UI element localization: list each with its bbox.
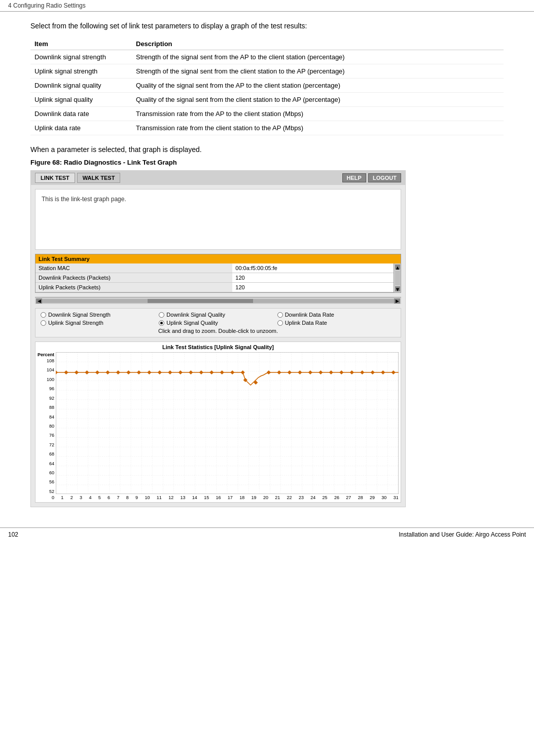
radio-selected-icon <box>159 320 164 326</box>
tab-group: LINK TEST WALK TEST <box>35 173 120 183</box>
x-tick: 30 <box>381 495 386 500</box>
y-tick: 68 <box>49 451 54 457</box>
y-tick: 96 <box>49 386 54 391</box>
y-tick: 100 <box>47 377 54 382</box>
radio-label: Uplink Signal Quality <box>166 320 218 326</box>
topbar: LINK TEST WALK TEST HELP LOGOUT <box>31 171 405 185</box>
page-footer: 102 Installation and User Guide: Airgo A… <box>0 527 534 541</box>
radio-options-area: Downlink Signal StrengthDownlink Signal … <box>35 308 401 337</box>
x-tick: 23 <box>299 495 304 500</box>
chart-inner: Percent 10810410096928884807672686460565… <box>38 352 399 494</box>
x-tick: 14 <box>192 495 197 500</box>
param-desc: Transmission rate from the client statio… <box>132 121 504 135</box>
radio-label: Downlink Data Rate <box>285 312 334 318</box>
summary-row: Uplink Packets (Packets)120 <box>35 283 394 292</box>
y-tick: 80 <box>49 424 54 429</box>
x-tick: 12 <box>168 495 173 500</box>
x-tick: 15 <box>204 495 209 500</box>
scroll-right-arrow[interactable]: ▶ <box>394 298 400 304</box>
radio-item[interactable]: Downlink Signal Quality <box>159 312 277 318</box>
radio-label: Downlink Signal Strength <box>48 312 111 318</box>
table-row: Uplink data rateTransmission rate from t… <box>30 121 504 135</box>
y-tick: 104 <box>47 367 54 372</box>
tab-walk-test[interactable]: WALK TEST <box>77 173 121 183</box>
h-scrollbar[interactable]: ◀ ▶ <box>35 297 401 304</box>
y-tick: 92 <box>49 396 54 401</box>
summary-cell-value: 120 <box>232 283 394 292</box>
logout-button[interactable]: LOGOUT <box>368 173 401 182</box>
radio-item[interactable]: Uplink Signal Strength <box>41 320 159 326</box>
action-buttons: HELP LOGOUT <box>342 173 401 182</box>
intro-text: Select from the following set of link te… <box>30 22 504 30</box>
radio-item[interactable]: Downlink Data Rate <box>277 312 396 318</box>
when-text: When a parameter is selected, that graph… <box>30 145 504 154</box>
h-scroll-thumb <box>148 299 253 303</box>
table-row: Downlink data rateTransmission rate from… <box>30 107 504 121</box>
x-tick: 18 <box>239 495 244 500</box>
x-tick: 6 <box>108 495 110 500</box>
page-header: 4 Configuring Radio Settings <box>0 0 534 12</box>
main-content: Select from the following set of link te… <box>0 12 534 517</box>
y-tick: 60 <box>49 470 54 475</box>
y-tick: 76 <box>49 433 54 438</box>
x-tick: 9 <box>135 495 138 500</box>
param-desc: Strength of the signal sent from the cli… <box>132 64 504 79</box>
x-tick: 28 <box>358 495 363 500</box>
radio-unselected-icon <box>277 312 283 318</box>
param-item: Uplink signal strength <box>30 64 132 79</box>
chart-svg <box>56 352 399 494</box>
summary-cell-label: Uplink Packets (Packets) <box>35 283 232 292</box>
scroll-down-arrow[interactable]: ▼ <box>395 286 400 291</box>
zoom-text: Click and drag to zoom. Double-click to … <box>41 328 396 334</box>
summary-row: Downlink Packects (Packets)120 <box>35 273 394 283</box>
param-desc: Quality of the signal sent from the clie… <box>132 93 504 107</box>
x-tick: 26 <box>334 495 339 500</box>
summary-scrollbar[interactable]: ▲ ▼ <box>394 263 401 292</box>
radio-unselected-icon <box>277 320 283 326</box>
chart-title: Link Test Statistics [Uplink Signal Qual… <box>38 344 399 350</box>
scroll-left-arrow[interactable]: ◀ <box>36 298 42 304</box>
radio-unselected-icon <box>41 312 46 318</box>
ui-screenshot: LINK TEST WALK TEST HELP LOGOUT This is … <box>30 170 406 507</box>
h-scroll-track <box>42 299 394 303</box>
chart-plot <box>56 352 399 494</box>
header-title: 4 Configuring Radio Settings <box>8 2 86 9</box>
radio-item[interactable]: Uplink Data Rate <box>277 320 396 326</box>
graph-placeholder: This is the link-test graph page. <box>35 189 401 250</box>
param-item: Uplink data rate <box>30 121 132 135</box>
scroll-track <box>395 271 400 285</box>
footer-title: Installation and User Guide: Airgo Acces… <box>399 531 526 538</box>
y-tick: 108 <box>47 358 54 363</box>
summary-cell-label: Station MAC <box>35 263 232 273</box>
param-item: Downlink data rate <box>30 107 132 121</box>
x-axis: 0123456789101112131415161718192021222324… <box>52 494 399 500</box>
y-ticks: 108104100969288848076726864605652 <box>47 358 54 494</box>
param-desc: Quality of the signal sent from the AP t… <box>132 79 504 93</box>
y-tick: 72 <box>49 442 54 447</box>
figure-number: Figure 68: <box>30 159 62 166</box>
param-item: Downlink signal quality <box>30 79 132 93</box>
x-tick: 10 <box>145 495 150 500</box>
col-desc-header: Description <box>132 38 504 50</box>
x-tick: 4 <box>89 495 91 500</box>
table-row: Uplink signal strengthStrength of the si… <box>30 64 504 79</box>
scroll-up-arrow[interactable]: ▲ <box>395 264 400 270</box>
figure-title: Radio Diagnostics - Link Test Graph <box>64 159 177 166</box>
radio-unselected-icon <box>159 312 164 318</box>
summary-wrapper: Station MAC00:0a:f5:00:05:feDownlink Pac… <box>35 263 401 292</box>
x-tick: 5 <box>98 495 101 500</box>
x-tick: 13 <box>180 495 185 500</box>
link-test-summary: Link Test Summary Station MAC00:0a:f5:00… <box>35 254 401 293</box>
radio-item[interactable]: Downlink Signal Strength <box>41 312 159 318</box>
col-item-header: Item <box>30 38 132 50</box>
y-tick: 52 <box>49 489 54 494</box>
radio-item[interactable]: Uplink Signal Quality <box>159 320 277 326</box>
graph-placeholder-text: This is the link-test graph page. <box>42 196 126 203</box>
radio-grid: Downlink Signal StrengthDownlink Signal … <box>41 312 396 326</box>
y-tick: 88 <box>49 405 54 410</box>
tab-link-test[interactable]: LINK TEST <box>35 173 75 183</box>
figure-label: Figure 68: Radio Diagnostics - Link Test… <box>30 159 504 166</box>
help-button[interactable]: HELP <box>342 173 366 182</box>
x-tick: 2 <box>70 495 73 500</box>
params-table: Item Description Downlink signal strengt… <box>30 38 504 135</box>
